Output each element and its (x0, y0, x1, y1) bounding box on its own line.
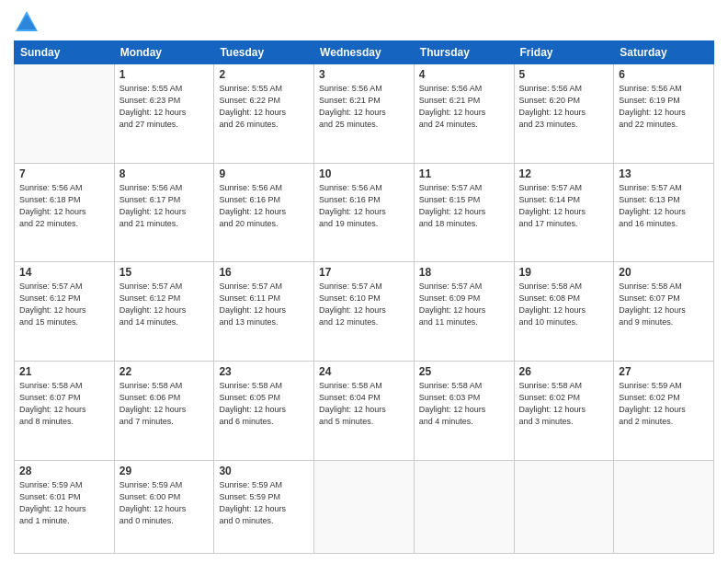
day-number: 16 (219, 266, 309, 279)
day-number: 1 (119, 68, 210, 81)
day-number: 29 (119, 465, 210, 477)
week-row-4: 21Sunrise: 5:58 AMSunset: 6:07 PMDayligh… (15, 361, 714, 460)
calendar-cell: 27Sunrise: 5:59 AMSunset: 6:02 PMDayligh… (614, 361, 714, 460)
day-number: 18 (419, 266, 509, 279)
day-info: Sunrise: 5:57 AMSunset: 6:09 PMDaylight:… (419, 281, 509, 328)
calendar-cell: 12Sunrise: 5:57 AMSunset: 6:14 PMDayligh… (514, 163, 614, 262)
calendar-cell: 22Sunrise: 5:58 AMSunset: 6:06 PMDayligh… (114, 361, 214, 460)
day-info: Sunrise: 5:58 AMSunset: 6:02 PMDaylight:… (519, 380, 609, 428)
day-number: 23 (219, 365, 309, 378)
day-number: 12 (519, 167, 609, 180)
calendar-cell: 16Sunrise: 5:57 AMSunset: 6:11 PMDayligh… (214, 262, 314, 362)
svg-marker-1 (17, 15, 36, 29)
calendar-cell: 23Sunrise: 5:58 AMSunset: 6:05 PMDayligh… (214, 361, 314, 460)
calendar-cell: 4Sunrise: 5:56 AMSunset: 6:21 PMDaylight… (414, 64, 514, 164)
day-number: 30 (219, 465, 309, 477)
calendar-cell: 17Sunrise: 5:57 AMSunset: 6:10 PMDayligh… (314, 262, 415, 362)
day-number: 24 (319, 365, 409, 378)
calendar-cell (614, 460, 714, 553)
weekday-header-tuesday: Tuesday (214, 41, 314, 64)
day-number: 19 (519, 266, 609, 279)
day-number: 21 (19, 365, 109, 378)
calendar-cell (414, 460, 514, 553)
day-info: Sunrise: 5:58 AMSunset: 6:08 PMDaylight:… (519, 281, 609, 328)
day-number: 2 (219, 68, 309, 81)
calendar-cell: 8Sunrise: 5:56 AMSunset: 6:17 PMDaylight… (114, 163, 214, 262)
day-info: Sunrise: 5:58 AMSunset: 6:07 PMDaylight:… (19, 380, 109, 428)
weekday-header-monday: Monday (114, 41, 214, 64)
page: SundayMondayTuesdayWednesdayThursdayFrid… (0, 0, 728, 563)
week-row-1: 1Sunrise: 5:55 AMSunset: 6:23 PMDaylight… (15, 64, 714, 164)
calendar-cell: 28Sunrise: 5:59 AMSunset: 6:01 PMDayligh… (15, 460, 115, 553)
calendar-cell: 29Sunrise: 5:59 AMSunset: 6:00 PMDayligh… (114, 460, 214, 553)
calendar-cell: 10Sunrise: 5:56 AMSunset: 6:16 PMDayligh… (314, 163, 415, 262)
calendar-cell: 2Sunrise: 5:55 AMSunset: 6:22 PMDaylight… (214, 64, 314, 164)
weekday-header-thursday: Thursday (414, 41, 514, 64)
calendar-cell: 15Sunrise: 5:57 AMSunset: 6:12 PMDayligh… (114, 262, 214, 362)
logo (14, 9, 43, 35)
logo-icon (14, 9, 40, 35)
calendar-cell: 18Sunrise: 5:57 AMSunset: 6:09 PMDayligh… (414, 262, 514, 362)
day-number: 26 (519, 365, 609, 378)
week-row-3: 14Sunrise: 5:57 AMSunset: 6:12 PMDayligh… (15, 262, 714, 362)
calendar-cell: 9Sunrise: 5:56 AMSunset: 6:16 PMDaylight… (214, 163, 314, 262)
day-number: 3 (319, 68, 409, 81)
day-info: Sunrise: 5:59 AMSunset: 5:59 PMDaylight:… (219, 479, 309, 527)
calendar-cell: 3Sunrise: 5:56 AMSunset: 6:21 PMDaylight… (314, 64, 415, 164)
calendar-cell: 7Sunrise: 5:56 AMSunset: 6:18 PMDaylight… (15, 163, 115, 262)
day-info: Sunrise: 5:57 AMSunset: 6:10 PMDaylight:… (319, 281, 409, 328)
weekday-header-sunday: Sunday (15, 41, 115, 64)
day-number: 9 (219, 167, 309, 180)
day-number: 25 (419, 365, 509, 378)
day-number: 5 (519, 68, 609, 81)
weekday-header-saturday: Saturday (614, 41, 714, 64)
calendar-table: SundayMondayTuesdayWednesdayThursdayFrid… (14, 40, 714, 554)
weekday-header-friday: Friday (514, 41, 614, 64)
day-info: Sunrise: 5:55 AMSunset: 6:22 PMDaylight:… (219, 83, 309, 131)
day-info: Sunrise: 5:57 AMSunset: 6:12 PMDaylight:… (119, 281, 210, 328)
day-info: Sunrise: 5:56 AMSunset: 6:21 PMDaylight:… (319, 83, 409, 131)
day-info: Sunrise: 5:57 AMSunset: 6:12 PMDaylight:… (19, 281, 109, 328)
calendar-cell: 13Sunrise: 5:57 AMSunset: 6:13 PMDayligh… (614, 163, 714, 262)
day-info: Sunrise: 5:59 AMSunset: 6:01 PMDaylight:… (19, 479, 109, 527)
day-info: Sunrise: 5:59 AMSunset: 6:00 PMDaylight:… (119, 479, 210, 527)
day-number: 10 (319, 167, 409, 180)
day-info: Sunrise: 5:56 AMSunset: 6:19 PMDaylight:… (619, 83, 709, 131)
calendar-cell: 20Sunrise: 5:58 AMSunset: 6:07 PMDayligh… (614, 262, 714, 362)
day-number: 17 (319, 266, 409, 279)
day-number: 27 (619, 365, 709, 378)
day-info: Sunrise: 5:56 AMSunset: 6:17 PMDaylight:… (119, 182, 210, 230)
day-number: 11 (419, 167, 509, 180)
day-info: Sunrise: 5:58 AMSunset: 6:05 PMDaylight:… (219, 380, 309, 428)
day-info: Sunrise: 5:55 AMSunset: 6:23 PMDaylight:… (119, 83, 210, 131)
day-number: 20 (619, 266, 709, 279)
day-number: 14 (19, 266, 109, 279)
day-info: Sunrise: 5:56 AMSunset: 6:20 PMDaylight:… (519, 83, 609, 131)
day-info: Sunrise: 5:57 AMSunset: 6:11 PMDaylight:… (219, 281, 309, 328)
day-info: Sunrise: 5:56 AMSunset: 6:21 PMDaylight:… (419, 83, 509, 131)
day-info: Sunrise: 5:58 AMSunset: 6:04 PMDaylight:… (319, 380, 409, 428)
day-info: Sunrise: 5:58 AMSunset: 6:06 PMDaylight:… (119, 380, 210, 428)
calendar-cell: 25Sunrise: 5:58 AMSunset: 6:03 PMDayligh… (414, 361, 514, 460)
day-number: 28 (19, 465, 109, 477)
calendar-cell: 14Sunrise: 5:57 AMSunset: 6:12 PMDayligh… (15, 262, 115, 362)
calendar-cell: 5Sunrise: 5:56 AMSunset: 6:20 PMDaylight… (514, 64, 614, 164)
weekday-header-wednesday: Wednesday (314, 41, 415, 64)
week-row-5: 28Sunrise: 5:59 AMSunset: 6:01 PMDayligh… (15, 460, 714, 553)
day-info: Sunrise: 5:57 AMSunset: 6:13 PMDaylight:… (619, 182, 709, 230)
calendar-cell (514, 460, 614, 553)
day-number: 4 (419, 68, 509, 81)
calendar-cell: 21Sunrise: 5:58 AMSunset: 6:07 PMDayligh… (15, 361, 115, 460)
day-number: 6 (619, 68, 709, 81)
day-number: 8 (119, 167, 210, 180)
day-info: Sunrise: 5:56 AMSunset: 6:16 PMDaylight:… (319, 182, 409, 230)
calendar-cell (314, 460, 415, 553)
day-number: 22 (119, 365, 210, 378)
calendar-cell: 19Sunrise: 5:58 AMSunset: 6:08 PMDayligh… (514, 262, 614, 362)
calendar-cell: 24Sunrise: 5:58 AMSunset: 6:04 PMDayligh… (314, 361, 415, 460)
calendar-cell: 30Sunrise: 5:59 AMSunset: 5:59 PMDayligh… (214, 460, 314, 553)
calendar-cell: 6Sunrise: 5:56 AMSunset: 6:19 PMDaylight… (614, 64, 714, 164)
weekday-header-row: SundayMondayTuesdayWednesdayThursdayFrid… (15, 41, 714, 64)
day-number: 15 (119, 266, 210, 279)
day-number: 7 (19, 167, 109, 180)
